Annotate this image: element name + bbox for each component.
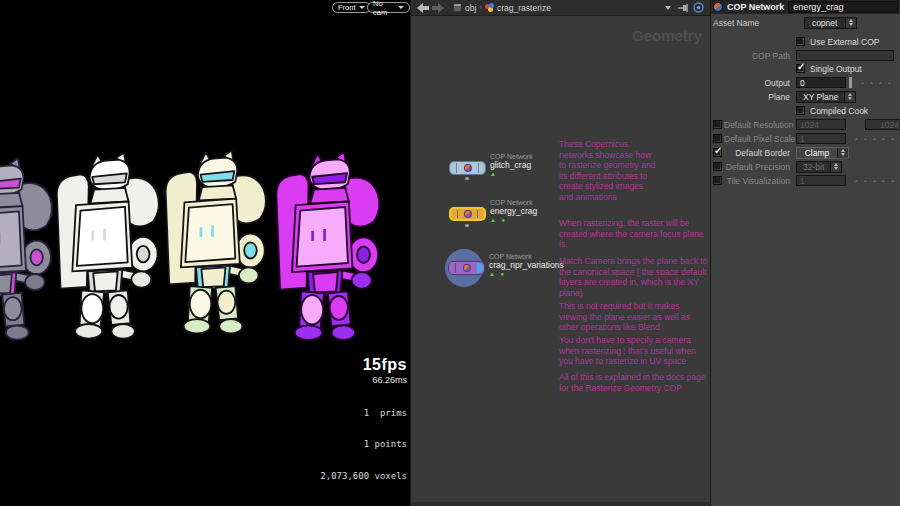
output-slider-track[interactable] xyxy=(858,81,897,84)
default-resolution-override-checkbox[interactable] xyxy=(713,120,722,129)
sticky-note-not-required[interactable]: This is not required but it makes viewin… xyxy=(559,301,710,333)
node-flag-icons[interactable]: ▲ ● xyxy=(489,271,564,277)
single-output-label: Single Output xyxy=(810,64,862,74)
cop-node-icon xyxy=(464,164,472,172)
chevron-down-icon xyxy=(359,6,365,9)
compiled-cook-label: Compiled Cook xyxy=(810,106,868,116)
obj-network-icon xyxy=(453,3,462,12)
history-back-button[interactable] xyxy=(415,1,430,14)
default-border-label: Default Border xyxy=(724,148,796,158)
spinner-icon[interactable] xyxy=(837,148,848,158)
path-dropdown-icon[interactable] xyxy=(665,6,671,10)
default-border-override-checkbox[interactable] xyxy=(713,148,722,157)
node-name-input[interactable] xyxy=(788,1,898,13)
houdini-window: Front No cam 15fps 66.26ms 1 prims 1 poi… xyxy=(0,0,900,506)
default-precision-value: 32-bit xyxy=(797,162,830,172)
sticky-note-docs[interactable]: All of this is explained in the docs pag… xyxy=(559,372,710,393)
sticky-note-intro[interactable]: These Copernicus networks showcase how t… xyxy=(559,139,710,202)
use-external-cop-label: Use External COP xyxy=(810,37,879,47)
view-direction-menu[interactable]: Front xyxy=(332,2,371,13)
breadcrumb-current[interactable]: crag_rasterize xyxy=(497,3,551,13)
output-label: Output xyxy=(724,78,796,88)
camera-menu[interactable]: No cam xyxy=(367,2,410,13)
default-pixel-scale-slider-track[interactable] xyxy=(852,137,897,140)
cop-node-icon xyxy=(464,210,472,218)
asset-name-value: copnet xyxy=(805,18,845,28)
points-count: 1 points xyxy=(320,439,407,450)
plane-label: Plane xyxy=(724,92,796,102)
operator-type-label: COP Network xyxy=(727,2,784,12)
fps-counter: 15fps xyxy=(320,356,407,374)
node-flag-icons[interactable]: ▲ xyxy=(490,171,533,177)
node-flag-icons[interactable]: ▲ ● xyxy=(490,217,537,223)
cop-node-icon xyxy=(463,264,471,272)
cop-network-op-icon[interactable] xyxy=(713,2,723,12)
network-path-breadcrumb: obj › crag_rasterize xyxy=(453,3,660,13)
spinner-icon[interactable] xyxy=(845,18,856,28)
network-canvas[interactable]: Geometry COP Network glitch_crag ▲ COP N… xyxy=(411,17,710,502)
network-toolbar: obj › crag_rasterize xyxy=(411,0,710,16)
default-pixel-scale-field[interactable]: 1 xyxy=(796,133,846,144)
chevron-down-icon xyxy=(398,6,404,9)
default-pixel-scale-override-checkbox[interactable] xyxy=(713,134,722,143)
network-editor[interactable]: obj › crag_rasterize Geometry COP Networ… xyxy=(410,0,710,506)
default-precision-dropdown[interactable]: 32-bit xyxy=(796,161,842,173)
node-name-label: energy_crag xyxy=(490,206,537,216)
default-precision-label: Default Precision xyxy=(724,162,796,172)
plane-dropdown[interactable]: XY Plane xyxy=(796,91,856,103)
sticky-note-match-camera[interactable]: Match Camera brings the plane back to th… xyxy=(559,256,710,298)
scene-viewport[interactable]: Front No cam 15fps 66.26ms 1 prims 1 poi… xyxy=(0,0,410,506)
asset-name-label: Asset Name xyxy=(713,18,759,28)
tile-visualization-field[interactable]: 1 xyxy=(796,175,846,186)
follow-selection-button[interactable] xyxy=(691,1,706,14)
sticky-note-uv-space[interactable]: You don't have to specify a camera when … xyxy=(559,335,710,367)
view-direction-label: Front xyxy=(338,3,356,12)
default-precision-override-checkbox[interactable] xyxy=(713,162,722,171)
output-field[interactable]: 0 xyxy=(796,77,846,88)
use-external-cop-checkbox[interactable] xyxy=(796,37,805,46)
parameter-header: COP Network xyxy=(711,0,900,14)
default-resolution-x-field[interactable]: 1024 xyxy=(796,119,846,130)
cop-path-label: COP Path xyxy=(724,51,796,61)
tile-visualization-override-checkbox[interactable] xyxy=(713,176,722,185)
parameters-pane: COP Network Asset Name copnet Use Extern… xyxy=(710,0,900,506)
node-type-label: COP Network xyxy=(489,253,564,260)
single-output-checkbox[interactable] xyxy=(796,64,805,73)
network-type-watermark: Geometry xyxy=(632,27,702,44)
chevron-right-icon: › xyxy=(479,3,482,12)
robot-npr-render xyxy=(263,152,387,340)
node-type-label: COP Network xyxy=(490,199,537,206)
tile-visualization-slider-track[interactable] xyxy=(852,179,897,182)
cop-path-field[interactable] xyxy=(796,50,894,61)
cop-network-icon xyxy=(485,3,494,12)
default-border-value: Clamp xyxy=(797,148,837,158)
compiled-cook-checkbox[interactable] xyxy=(796,106,805,115)
default-resolution-label: Default Resolution xyxy=(724,120,796,130)
default-resolution-y-field[interactable]: 1024 xyxy=(865,119,900,130)
default-border-dropdown[interactable]: Clamp xyxy=(796,147,849,159)
node-output-connector[interactable] xyxy=(465,177,469,180)
plane-value: XY Plane xyxy=(797,92,844,102)
voxels-count: 2,073,600 voxels xyxy=(320,471,407,482)
spinner-icon[interactable] xyxy=(844,92,855,102)
pin-network-button[interactable] xyxy=(676,1,691,14)
spinner-icon[interactable] xyxy=(830,162,841,172)
tile-visualization-label: Tile Visualization xyxy=(724,176,796,186)
prims-count: 1 prims xyxy=(320,408,407,419)
output-slider-handle[interactable] xyxy=(849,77,852,88)
node-output-connector[interactable] xyxy=(465,224,469,227)
node-name-label: glitch_crag xyxy=(490,160,533,170)
sticky-note-raster-plane[interactable]: When rasterizing, the raster will be cre… xyxy=(559,218,710,250)
robot-sketch-render xyxy=(46,152,164,339)
frame-time: 66.26ms xyxy=(320,375,407,385)
viewport-stats: 15fps 66.26ms 1 prims 1 points 2,073,600… xyxy=(320,356,407,503)
node-type-label: COP Network xyxy=(490,153,533,160)
node-name-label: crag_npr_variations xyxy=(489,260,564,270)
robot-energy-render xyxy=(155,150,271,334)
breadcrumb-root[interactable]: obj xyxy=(465,3,476,13)
default-pixel-scale-label: Default Pixel Scale xyxy=(724,134,796,144)
history-forward-button[interactable] xyxy=(430,1,445,14)
camera-label: No cam xyxy=(373,0,395,17)
asset-name-dropdown[interactable]: copnet xyxy=(804,17,857,29)
